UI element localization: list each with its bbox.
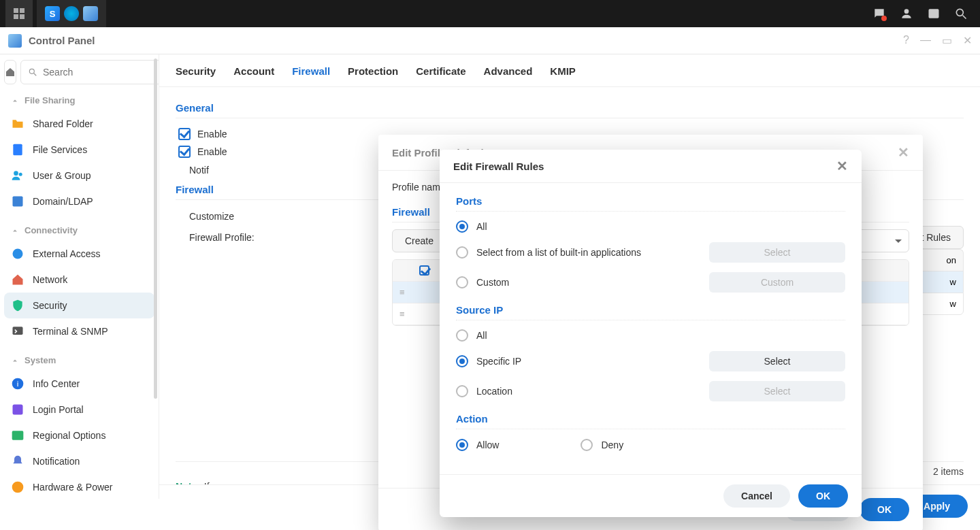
- window-body: File Sharing Shared Folder File Services…: [0, 54, 980, 530]
- svg-rect-0: [14, 8, 18, 13]
- sidebar-section-system: System iInfo Center Login Portal Regiona…: [4, 350, 154, 499]
- svg-rect-3: [20, 14, 24, 19]
- home-button[interactable]: [4, 60, 16, 84]
- app-shortcut-3[interactable]: [83, 6, 98, 21]
- svg-point-14: [13, 249, 23, 259]
- radio-icon: [456, 385, 468, 397]
- ok-button[interactable]: OK: [860, 498, 909, 521]
- source-option-all[interactable]: All: [456, 325, 845, 346]
- sidebar-item-label: Hardware & Power: [33, 482, 113, 493]
- window-title: Control Panel: [29, 35, 95, 46]
- sidebar-item-login-portal[interactable]: Login Portal: [4, 397, 154, 423]
- svg-text:i: i: [17, 379, 19, 388]
- maximize-button[interactable]: ▭: [942, 34, 952, 47]
- content-area: Security Account Firewall Protection Cer…: [159, 54, 980, 530]
- section-source-ip: Source IP: [456, 297, 845, 320]
- folder-icon: [11, 117, 24, 131]
- svg-point-8: [29, 69, 34, 73]
- radio-icon: [456, 276, 468, 288]
- taskbar: S: [0, 0, 980, 27]
- svg-rect-5: [929, 9, 939, 18]
- sidebar-item-label: Network: [33, 274, 67, 285]
- user-icon: [900, 7, 913, 20]
- svg-rect-2: [14, 14, 18, 19]
- main-menu-button[interactable]: [5, 0, 33, 27]
- sidebar-item-regional-options[interactable]: Regional Options: [4, 423, 154, 448]
- cancel-button[interactable]: Cancel: [723, 484, 790, 508]
- create-rule-button[interactable]: Create: [392, 229, 446, 252]
- custom-ports-button[interactable]: Custom: [709, 272, 845, 293]
- ports-option-builtin[interactable]: Select from a list of built-in applicati…: [456, 237, 845, 267]
- minimize-button[interactable]: —: [920, 34, 931, 47]
- widgets-icon: [927, 7, 941, 20]
- app-shortcut-1[interactable]: S: [45, 6, 60, 21]
- action-option-deny[interactable]: Deny: [581, 439, 623, 451]
- grid-icon: [13, 7, 25, 20]
- source-option-location[interactable]: Location Select: [456, 376, 845, 406]
- sidebar-item-info-center[interactable]: iInfo Center: [4, 371, 154, 397]
- svg-point-12: [19, 173, 22, 176]
- sidebar-section-connectivity: Connectivity External Access Network Sec…: [4, 220, 154, 344]
- ports-option-all[interactable]: All: [456, 216, 845, 237]
- sidebar-item-label: Security: [33, 300, 67, 311]
- section-header[interactable]: Connectivity: [4, 220, 154, 241]
- option-label: All: [476, 330, 487, 341]
- sidebar-item-label: Regional Options: [33, 430, 105, 441]
- radio-icon: [456, 355, 468, 367]
- ports-option-custom[interactable]: Custom Custom: [456, 267, 845, 297]
- sidebar-item-file-services[interactable]: File Services: [4, 137, 154, 163]
- chat-button[interactable]: [866, 0, 893, 27]
- sidebar-item-label: Notification: [33, 456, 80, 467]
- select-builtin-button[interactable]: Select: [709, 242, 845, 263]
- help-button[interactable]: ?: [903, 34, 909, 47]
- sidebar-item-network[interactable]: Network: [4, 267, 154, 293]
- option-label: Location: [476, 386, 512, 397]
- sidebar-item-security[interactable]: Security: [4, 293, 154, 318]
- option-label: All: [476, 221, 487, 232]
- action-option-allow[interactable]: Allow: [456, 439, 499, 451]
- notification-dot-icon: [881, 16, 887, 21]
- home-icon: [5, 67, 16, 78]
- dialog-footer: Cancel OK: [440, 474, 862, 517]
- sidebar-scrollbar[interactable]: [154, 59, 157, 399]
- action-options: Allow Deny: [456, 433, 845, 457]
- svg-rect-13: [13, 197, 23, 207]
- user-button[interactable]: [893, 0, 920, 27]
- sidebar-item-label: Shared Folder: [33, 118, 93, 129]
- taskbar-left: S: [5, 0, 106, 27]
- option-label: Allow: [476, 440, 499, 450]
- sidebar-item-domain-ldap[interactable]: Domain/LDAP: [4, 188, 154, 214]
- section-label: Connectivity: [24, 225, 78, 235]
- file-services-icon: [11, 143, 24, 156]
- select-ip-button[interactable]: Select: [709, 351, 845, 371]
- sidebar-item-notification[interactable]: Notification: [4, 448, 154, 474]
- source-option-specific[interactable]: Specific IP Select: [456, 346, 845, 376]
- close-button[interactable]: ✕: [963, 34, 972, 47]
- dialog-close-button[interactable]: ✕: [898, 144, 909, 161]
- sidebar-section-file-sharing: File Sharing Shared Folder File Services…: [4, 90, 154, 214]
- control-panel-window: Control Panel ? — ▭ ✕: [0, 27, 980, 530]
- taskbar-running-apps: S: [37, 0, 106, 27]
- ok-button[interactable]: OK: [798, 484, 848, 508]
- drag-handle-icon[interactable]: ≡: [393, 282, 410, 303]
- section-label: File Sharing: [24, 95, 75, 105]
- widgets-button[interactable]: [920, 0, 947, 27]
- search-button[interactable]: [947, 0, 975, 27]
- search-input-container[interactable]: [20, 60, 159, 84]
- sidebar-item-external-access[interactable]: External Access: [4, 241, 154, 267]
- chevron-up-icon: [11, 357, 19, 365]
- dialog-close-button[interactable]: ✕: [836, 158, 848, 174]
- drag-handle-icon[interactable]: ≡: [393, 303, 410, 325]
- search-input[interactable]: [43, 67, 159, 78]
- section-header[interactable]: File Sharing: [4, 90, 154, 111]
- sidebar-item-hardware-power[interactable]: Hardware & Power: [4, 474, 154, 499]
- section-header[interactable]: System: [4, 350, 154, 371]
- select-location-button[interactable]: Select: [709, 381, 845, 401]
- sidebar-item-label: Domain/LDAP: [33, 196, 93, 207]
- sidebar-item-user-group[interactable]: User & Group: [4, 163, 154, 188]
- svg-rect-15: [13, 327, 23, 335]
- sidebar-item-shared-folder[interactable]: Shared Folder: [4, 111, 154, 137]
- terminal-icon: [11, 325, 24, 338]
- sidebar-item-terminal-snmp[interactable]: Terminal & SNMP: [4, 318, 154, 344]
- app-shortcut-2[interactable]: [64, 6, 79, 21]
